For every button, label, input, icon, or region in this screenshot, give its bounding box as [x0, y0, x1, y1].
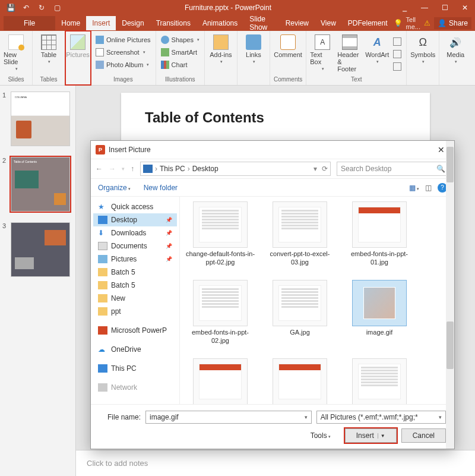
online-pictures-button[interactable]: Online Pictures — [94, 34, 152, 46]
file-item[interactable]: GA.jpg — [264, 280, 335, 352]
sidebar-item-new[interactable]: New — [93, 292, 177, 305]
file-item[interactable]: image.gif — [344, 280, 415, 352]
refresh-icon[interactable]: ⟳ — [322, 165, 328, 173]
forward-icon[interactable]: → — [109, 165, 116, 173]
window-title: Furniture.pptx - PowerPoint — [62, 4, 394, 12]
new-slide-button[interactable]: New Slide — [4, 32, 28, 71]
sidebar-item-pictures[interactable]: Pictures📌 — [93, 253, 177, 266]
tab-view[interactable]: View — [315, 16, 342, 30]
tab-transitions[interactable]: Transitions — [150, 16, 197, 30]
title-bar: 💾 ↶ ↻ ▢ Furniture.pptx - PowerPoint ⎯ — … — [0, 0, 475, 15]
addins-button[interactable]: Add-ins — [208, 32, 233, 64]
text-box-icon: A — [315, 34, 330, 50]
file-item[interactable]: embed-fonts-in-ppt-01.jpg — [344, 201, 415, 274]
star-icon: ★ — [98, 203, 107, 211]
tab-insert[interactable]: Insert — [86, 16, 116, 30]
screenshot-button[interactable]: Screenshot — [94, 46, 152, 58]
tab-animations[interactable]: Animations — [197, 16, 243, 30]
quick-access-toolbar: 💾 ↶ ↻ ▢ — [0, 3, 62, 12]
maximize-icon[interactable]: ☐ — [435, 0, 455, 15]
tools-button[interactable]: Tools — [311, 431, 331, 440]
sidebar-item-quick-access[interactable]: ★Quick access — [93, 200, 177, 213]
start-from-beginning-icon[interactable]: ▢ — [52, 3, 62, 12]
wordart-button[interactable]: A WordArt — [365, 32, 390, 64]
text-box-button[interactable]: A Text Box — [310, 32, 335, 71]
pictures-button[interactable]: Pictures — [65, 32, 90, 58]
sidebar-item-network[interactable]: Network — [93, 381, 177, 394]
pictures-icon — [70, 34, 86, 50]
save-icon[interactable]: 💾 — [6, 3, 15, 12]
sidebar-item-batch5a[interactable]: Batch 5 — [93, 266, 177, 279]
sidebar-item-thispc[interactable]: This PC — [93, 362, 177, 375]
group-addins: Add-ins — [205, 31, 238, 85]
date-time-button[interactable] — [392, 36, 403, 48]
organize-button[interactable]: Organize — [98, 184, 131, 192]
chart-button[interactable]: Chart — [160, 59, 201, 71]
file-thumbnail — [273, 280, 327, 326]
sidebar-item-onedrive[interactable]: ☁OneDrive — [93, 343, 177, 356]
recent-icon[interactable]: ▾ — [122, 166, 125, 172]
search-icon: 🔍 — [436, 165, 445, 173]
slide-title[interactable]: Table of Contents — [145, 109, 406, 126]
tab-home[interactable]: Home — [55, 16, 86, 30]
file-item[interactable]: change-default-fonts-in-ppt-02.jpg — [185, 201, 256, 274]
object-button[interactable] — [392, 61, 403, 72]
view-mode-button[interactable]: ▦ — [409, 184, 419, 192]
thumb-2-preview: Table of Contents — [11, 157, 70, 212]
filename-input[interactable]: image.gif▾ — [145, 411, 312, 424]
links-button[interactable]: Links — [241, 32, 266, 64]
smartart-button[interactable]: SmartArt — [160, 46, 201, 58]
media-button[interactable]: 🔊 Media — [443, 32, 468, 64]
back-icon[interactable]: ← — [96, 165, 103, 173]
links-icon — [246, 34, 261, 50]
sidebar-item-downloads[interactable]: ⬇Downloads📌 — [93, 226, 177, 239]
group-images-pictures: Pictures — [65, 31, 91, 85]
symbols-button[interactable]: Ω Symbols — [410, 32, 435, 64]
filetype-filter[interactable]: All Pictures (*.emf;*.wmf;*.jpg;*▾ — [316, 411, 446, 424]
close-icon[interactable]: ✕ — [455, 0, 475, 15]
slide-number-button[interactable] — [392, 48, 403, 60]
onedrive-icon: ☁ — [98, 345, 107, 354]
share-button[interactable]: 👤Share — [434, 17, 471, 29]
tab-pdfelement[interactable]: PDFelement — [342, 16, 394, 30]
thumb-1[interactable]: 1 COLUMNA — [2, 92, 73, 146]
redo-icon[interactable]: ↻ — [37, 3, 46, 12]
up-icon[interactable]: ↑ — [131, 165, 134, 173]
preview-pane-button[interactable]: ◫ — [425, 184, 432, 192]
file-item[interactable]: embed-fonts-in-ppt-02.jpg — [185, 280, 256, 352]
table-button[interactable]: Table — [36, 32, 61, 64]
tab-review[interactable]: Review — [280, 16, 315, 30]
insert-button[interactable]: Insert▼ — [345, 428, 397, 443]
minimize-icon[interactable]: — — [414, 0, 435, 15]
breadcrumb[interactable]: › This PC › Desktop ▾ ⟳ — [140, 162, 331, 176]
sidebar-item-batch5b[interactable]: Batch 5 — [93, 279, 177, 292]
sidebar-item-mspp[interactable]: Microsoft PowerP — [93, 324, 177, 337]
undo-icon[interactable]: ↶ — [21, 3, 31, 12]
wordart-icon: A — [369, 34, 385, 50]
menu-bar: File Home Insert Design Transitions Anim… — [0, 15, 475, 31]
new-folder-button[interactable]: New folder — [144, 184, 178, 192]
notes-pane[interactable]: Click to add notes — [76, 450, 475, 476]
tell-me-search[interactable]: Tell me... — [406, 16, 420, 30]
tab-file[interactable]: File — [4, 16, 55, 30]
photo-album-button[interactable]: Photo Album — [94, 59, 152, 71]
search-input[interactable]: Search Desktop 🔍 — [337, 162, 449, 176]
thumb-2[interactable]: 2 Table of Contents — [2, 157, 73, 212]
sidebar-item-ppt[interactable]: ppt — [93, 305, 177, 318]
comment-button[interactable]: Comment — [276, 32, 300, 58]
dialog-file-list[interactable]: change-default-fonts-in-ppt-02.jpgconver… — [180, 197, 454, 404]
sidebar-item-documents[interactable]: Documents📌 — [93, 239, 177, 253]
shapes-button[interactable]: Shapes — [160, 34, 201, 46]
downloads-icon: ⬇ — [98, 229, 107, 237]
file-item[interactable]: insert-video-to-ppt.jpg — [185, 358, 256, 404]
cancel-button[interactable]: Cancel — [401, 428, 446, 443]
thumb-3[interactable]: 3 — [2, 222, 73, 277]
ribbon-options-icon[interactable]: ⎯ — [394, 0, 414, 15]
sidebar-item-desktop[interactable]: Desktop📌 — [93, 213, 177, 226]
tab-design[interactable]: Design — [116, 16, 150, 30]
header-footer-button[interactable]: Header & Footer — [337, 32, 362, 72]
file-item[interactable]: convert-ppt-to-excel-03.jpg — [264, 201, 335, 274]
file-item[interactable]: make-a-powerpoint-on-mac-02.jpg — [264, 358, 335, 404]
file-item[interactable]: make-a-powerpoint-on-mac-02.jpg.png — [344, 358, 415, 404]
date-icon — [393, 37, 401, 46]
